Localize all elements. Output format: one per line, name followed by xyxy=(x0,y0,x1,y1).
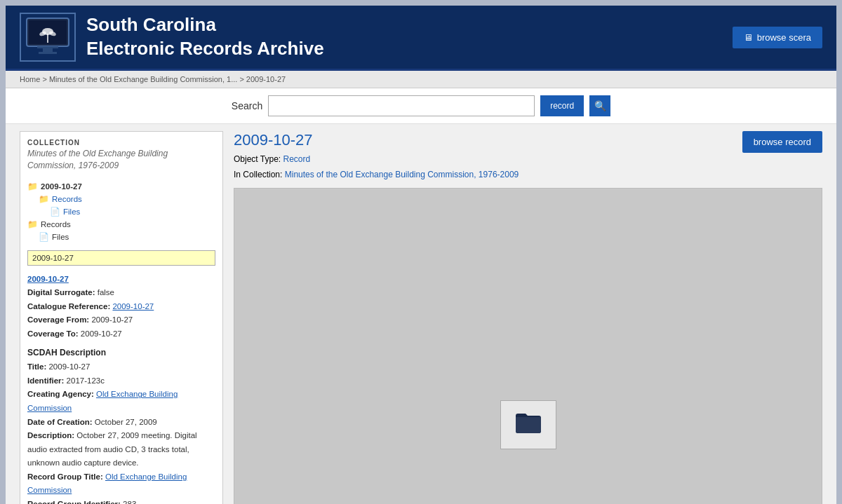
svg-rect-8 xyxy=(39,52,57,54)
breadcrumb-current: 2009-10-27 xyxy=(246,75,286,83)
search-bar: Search record 🔍 xyxy=(6,88,836,124)
browse-record-button[interactable]: browse record xyxy=(742,131,822,153)
file-tree: 📁 2009-10-27 📁 Records 📄 Files 📁 Records… xyxy=(27,180,215,243)
tree-item-label: Files xyxy=(52,233,69,241)
tree-item-records-2[interactable]: 📁 Records xyxy=(27,218,215,231)
main-content: COLLECTION Minutes of the Old Exchange B… xyxy=(6,124,836,504)
search-label: Search xyxy=(232,100,262,111)
tree-item-root[interactable]: 📁 2009-10-27 xyxy=(27,180,215,193)
folder-icon: 📁 xyxy=(27,219,38,229)
breadcrumb-home[interactable]: Home xyxy=(20,75,40,83)
meta-date-link[interactable]: 2009-10-27 xyxy=(27,275,69,283)
file-icon: 📄 xyxy=(50,207,60,217)
object-info: Object Type: Record In Collection: Minut… xyxy=(234,152,519,182)
record-title-input[interactable] xyxy=(27,250,215,266)
folder-icon: 📁 xyxy=(39,194,49,204)
breadcrumb-collection[interactable]: Minutes of the Old Exchange Building Com… xyxy=(49,75,237,83)
folder-large-icon xyxy=(514,410,542,440)
record-info: 2009-10-27 Object Type: Record In Collec… xyxy=(234,131,519,182)
svg-rect-7 xyxy=(43,48,53,52)
tree-item-label: 2009-10-27 xyxy=(41,182,82,191)
breadcrumb: Home > Minutes of the Old Exchange Build… xyxy=(6,71,836,88)
in-collection-label: In Collection: xyxy=(234,170,282,179)
file-icon: 📄 xyxy=(39,232,49,242)
collection-label: COLLECTION xyxy=(27,139,215,147)
tree-item-records-1[interactable]: 📁 Records xyxy=(27,193,215,205)
folder-icon: 📁 xyxy=(27,182,38,191)
browse-scera-button[interactable]: 🖥 browse scera xyxy=(733,27,822,48)
tree-files-link[interactable]: Files xyxy=(63,207,80,216)
search-input[interactable] xyxy=(268,95,535,116)
in-collection-link[interactable]: Minutes of the Old Exchange Building Com… xyxy=(285,170,519,179)
tree-records-link[interactable]: Records xyxy=(52,195,82,203)
metadata-section: 2009-10-27 Digital Surrogate: false Cata… xyxy=(27,273,215,341)
record-date-title: 2009-10-27 xyxy=(234,131,519,149)
site-title: South Carolina Electronic Records Archiv… xyxy=(86,13,324,61)
tree-item-label: Records xyxy=(41,220,71,229)
search-icon: 🔍 xyxy=(594,100,606,111)
tree-item-files-2[interactable]: 📄 Files xyxy=(27,231,215,243)
object-type-label: Object Type: xyxy=(234,154,281,164)
scdah-section: Title: 2009-10-27 Identifier: 2017-123c … xyxy=(27,360,215,504)
search-type-button[interactable]: record xyxy=(540,95,584,116)
preview-area xyxy=(234,188,822,504)
right-header: 2009-10-27 Object Type: Record In Collec… xyxy=(234,131,822,182)
search-go-button[interactable]: 🔍 xyxy=(589,95,610,116)
scdah-title: SCDAH Description xyxy=(27,348,215,357)
header: South Carolina Electronic Records Archiv… xyxy=(6,6,836,71)
right-content: 2009-10-27 Object Type: Record In Collec… xyxy=(234,131,822,504)
catalogue-ref-link[interactable]: 2009-10-27 xyxy=(112,302,154,311)
browse-scera-icon: 🖥 xyxy=(744,32,753,43)
collection-title: Minutes of the Old Exchange Building Com… xyxy=(27,148,215,172)
object-type-link[interactable]: Record xyxy=(283,154,311,164)
svg-rect-6 xyxy=(37,46,58,48)
logo-container xyxy=(20,13,76,62)
sidebar: COLLECTION Minutes of the Old Exchange B… xyxy=(20,131,223,504)
tree-item-files-1[interactable]: 📄 Files xyxy=(27,205,215,218)
header-left: South Carolina Electronic Records Archiv… xyxy=(20,13,324,62)
folder-preview xyxy=(500,400,556,449)
